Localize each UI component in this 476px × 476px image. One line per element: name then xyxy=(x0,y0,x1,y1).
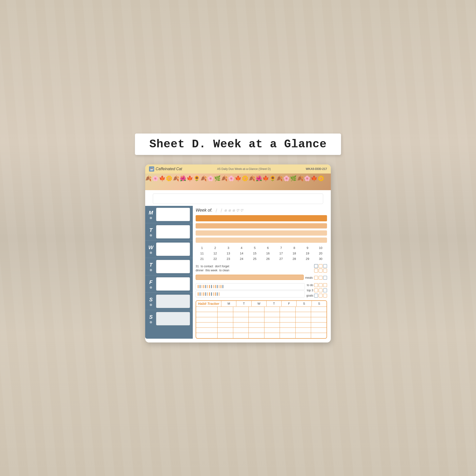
checkbox[interactable] xyxy=(319,269,323,272)
title-banner: Sheet D. Week at a Glance xyxy=(135,134,341,155)
habit-row xyxy=(196,317,326,323)
checkbox[interactable] xyxy=(319,276,323,280)
day-row-t1: T xyxy=(145,223,193,241)
days-sidebar: M T W xyxy=(145,206,193,339)
day-sticker-s1 xyxy=(156,295,190,308)
day-row-t2: T xyxy=(145,258,193,275)
habit-row xyxy=(196,323,326,328)
habit-row xyxy=(196,307,326,312)
peach-bar-2 xyxy=(196,230,327,236)
brand-name: Caffeinated Cat xyxy=(156,167,182,171)
sheet-content: M T W xyxy=(145,206,331,342)
checkbox[interactable] xyxy=(314,264,318,268)
right-content: Week of. ❕ ❕ ☆ ☆ ☆ ♡ ♡ xyxy=(193,206,331,339)
brand-icon: ☕ xyxy=(149,166,154,171)
checkbox[interactable] xyxy=(314,294,318,298)
day-row-f: F xyxy=(145,275,193,293)
habit-day-labels: M T W T F S S xyxy=(221,301,326,306)
peach-bar-1 xyxy=(196,223,327,228)
top-sticker xyxy=(153,193,323,204)
day-row-w: W xyxy=(145,241,193,258)
day-dot xyxy=(150,321,152,323)
habit-row xyxy=(196,312,326,317)
peach-bar-3 xyxy=(196,238,327,243)
checkbox[interactable] xyxy=(323,269,327,272)
label-dinner: dinner xyxy=(196,269,204,272)
checkbox[interactable] xyxy=(323,276,327,280)
day-sticker-f xyxy=(156,277,190,290)
habit-row xyxy=(196,328,326,333)
label-to-clean: to clean xyxy=(219,269,229,272)
day-row-m: M xyxy=(145,206,193,223)
product-code: WKA5-DDD-217 xyxy=(306,167,327,171)
checkbox[interactable] xyxy=(319,283,323,287)
checkbox[interactable] xyxy=(314,276,318,280)
day-dot xyxy=(150,286,152,289)
calendar-grid: 1 2 3 4 5 6 7 8 9 10 11 12 13 14 15 16 1 xyxy=(196,246,327,261)
checkbox[interactable] xyxy=(323,294,327,298)
day-dot xyxy=(150,252,152,254)
floral-strip xyxy=(145,173,331,190)
day-sticker-w xyxy=(156,242,190,256)
checkbox[interactable] xyxy=(323,289,327,292)
label-goals: goals xyxy=(306,294,313,297)
habit-tracker: Habit Tracker M T W T F S S xyxy=(196,300,327,339)
orange-bar-1 xyxy=(196,215,327,221)
week-label: Week of. xyxy=(196,208,213,213)
day-sticker-s2 xyxy=(156,312,190,325)
label-top-3: top 3 xyxy=(307,289,313,292)
label-dont-forget: don't forget xyxy=(215,265,229,268)
label-to-do: to do xyxy=(307,284,313,287)
day-dot xyxy=(150,304,152,306)
day-dot xyxy=(150,269,152,271)
peach-input[interactable] xyxy=(196,275,304,280)
day-dot xyxy=(150,217,152,219)
day-sticker-m xyxy=(156,208,190,221)
checkbox[interactable] xyxy=(323,264,327,268)
checkbox[interactable] xyxy=(319,294,323,298)
striped-sticker-2 xyxy=(196,290,305,298)
week-icons: ❕ ❕ ☆ ☆ ☆ ♡ ♡ xyxy=(214,208,243,212)
label-to-contact: to contact xyxy=(201,265,213,268)
brand-logo: ☕ Caffeinated Cat xyxy=(149,166,182,171)
striped-sticker-1 xyxy=(196,283,305,290)
day-row-s2: S xyxy=(145,310,193,327)
checkbox[interactable] xyxy=(314,283,318,287)
product-info: A5 Daily Duo Week-at-a-Glance (Sheet D) xyxy=(217,167,271,171)
habit-tracker-title: Habit Tracker xyxy=(196,301,221,306)
checkbox[interactable] xyxy=(323,283,327,287)
checkbox[interactable] xyxy=(319,289,323,292)
week-header: Week of. ❕ ❕ ☆ ☆ ☆ ♡ ♡ xyxy=(196,208,327,213)
day-sticker-t1 xyxy=(156,225,190,238)
day-sticker-t2 xyxy=(156,260,190,273)
checkbox[interactable] xyxy=(314,269,318,272)
sheet-header: ☕ Caffeinated Cat A5 Daily Duo Week-at-a… xyxy=(145,165,331,173)
cal-31: 31 xyxy=(196,265,199,268)
checkbox[interactable] xyxy=(314,289,318,292)
label-meals: meals xyxy=(305,276,313,279)
page-wrapper: Sheet D. Week at a Glance ☕ Caffeinated … xyxy=(135,134,341,342)
habit-tracker-header: Habit Tracker M T W T F S S xyxy=(196,301,326,307)
label-this-week: this week xyxy=(205,269,217,272)
day-dot xyxy=(150,234,152,237)
sticker-sheet: ☕ Caffeinated Cat A5 Daily Duo Week-at-a… xyxy=(145,165,331,342)
habit-row xyxy=(196,333,326,338)
checkbox[interactable] xyxy=(319,264,323,268)
day-row-s1: S xyxy=(145,293,193,310)
page-title: Sheet D. Week at a Glance xyxy=(149,138,326,151)
